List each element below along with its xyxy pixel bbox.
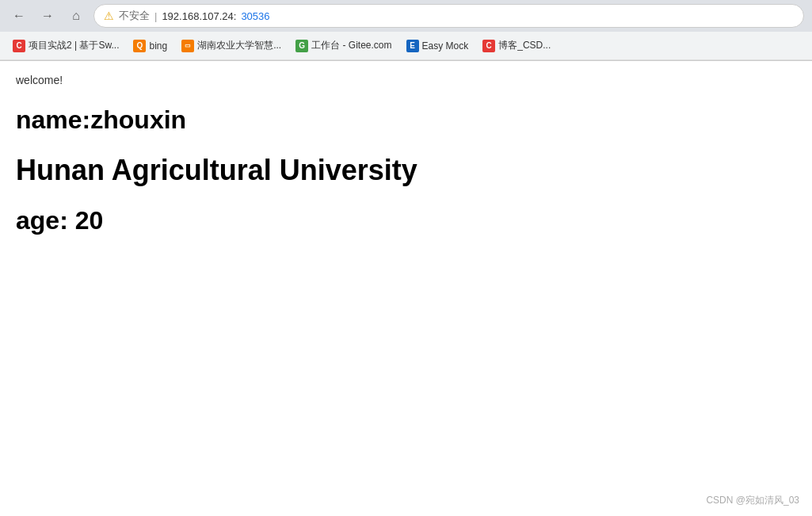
bookmark-icon-3: ▭	[181, 40, 194, 52]
bookmark-icon-4: G	[295, 40, 308, 52]
url-host: 192.168.107.24:	[162, 10, 236, 22]
forward-button[interactable]: →	[36, 5, 59, 27]
bookmark-item-4[interactable]: G 工作台 - Gitee.com	[289, 36, 398, 55]
bookmark-item-2[interactable]: Q bing	[127, 36, 173, 55]
bookmark-label-4: 工作台 - Gitee.com	[311, 39, 391, 52]
browser-chrome: ← → ⌂ ⚠ 不安全 | 192.168.107.24:30536 C 项目实…	[0, 0, 812, 61]
bookmark-label-3: 湖南农业大学智慧...	[197, 39, 281, 52]
back-button[interactable]: ←	[8, 5, 30, 27]
bookmark-icon-2: Q	[133, 40, 146, 52]
address-bar[interactable]: ⚠ 不安全 | 192.168.107.24:30536	[93, 4, 804, 28]
bookmark-icon-1: C	[13, 40, 25, 52]
bookmark-label-2: bing	[149, 40, 167, 52]
bookmark-item-5[interactable]: E Easy Mock	[400, 36, 475, 55]
bookmark-label-1: 项目实战2 | 基于Sw...	[29, 39, 119, 52]
age-label: age: 20	[16, 206, 796, 235]
bookmark-icon-6: C	[482, 40, 495, 52]
browser-titlebar: ← → ⌂ ⚠ 不安全 | 192.168.107.24:30536	[0, 0, 812, 32]
bookmark-label-5: Easy Mock	[422, 40, 469, 52]
name-label: name:zhouxin	[16, 105, 796, 135]
warning-icon: ⚠	[104, 10, 114, 22]
home-button[interactable]: ⌂	[65, 5, 87, 27]
bookmark-item-1[interactable]: C 项目实战2 | 基于Sw...	[6, 36, 125, 55]
bookmarks-bar: C 项目实战2 | 基于Sw... Q bing ▭ 湖南农业大学智慧... G…	[0, 32, 812, 60]
insecure-label: 不安全	[119, 9, 150, 23]
url-separator: |	[154, 10, 157, 22]
watermark: CSDN @宛如清风_03	[706, 494, 799, 507]
welcome-text: welcome!	[16, 74, 796, 86]
bookmark-item-6[interactable]: C 博客_CSD...	[476, 36, 557, 55]
page-content: welcome! name:zhouxin Hunan Agricultural…	[0, 61, 812, 516]
bookmark-label-6: 博客_CSD...	[498, 39, 551, 52]
bookmark-item-3[interactable]: ▭ 湖南农业大学智慧...	[175, 36, 288, 55]
url-port: 30536	[241, 10, 269, 22]
bookmark-icon-5: E	[406, 40, 419, 52]
university-label: Hunan Agricultural University	[16, 154, 796, 187]
